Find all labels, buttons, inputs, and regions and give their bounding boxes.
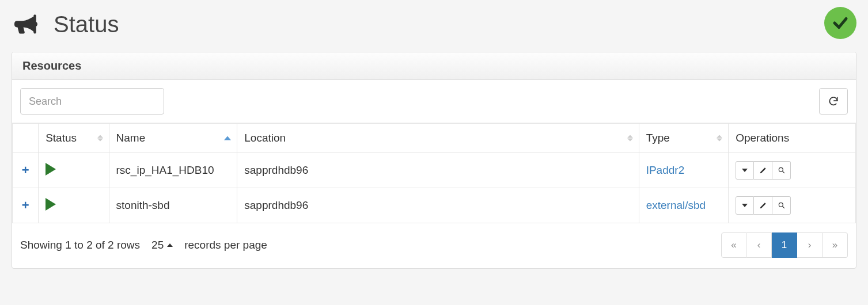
sort-asc-icon — [224, 136, 231, 140]
cell-type-link[interactable]: IPaddr2 — [646, 164, 685, 176]
page-next-button[interactable]: › — [797, 232, 822, 258]
cell-name: stonith-sbd — [116, 199, 170, 211]
col-status-label: Status — [46, 132, 77, 144]
check-icon — [832, 14, 849, 32]
col-location[interactable]: Location — [237, 124, 639, 153]
refresh-icon — [828, 96, 839, 107]
caret-up-icon — [167, 243, 173, 247]
sort-icon — [627, 135, 633, 142]
pagination: « ‹ 1 › » — [721, 232, 848, 258]
running-icon — [46, 198, 56, 211]
col-operations-label: Operations — [736, 132, 789, 144]
row-inspect-button[interactable] — [772, 196, 791, 215]
col-location-label: Location — [244, 132, 286, 144]
page-current-button[interactable]: 1 — [772, 232, 797, 258]
row-inspect-button[interactable] — [772, 161, 791, 180]
search-icon — [778, 166, 786, 174]
expand-icon[interactable]: + — [22, 164, 29, 177]
page-first-button[interactable]: « — [721, 232, 746, 258]
row-edit-button[interactable] — [754, 161, 772, 180]
svg-point-1 — [779, 203, 783, 207]
cell-type-link[interactable]: external/sbd — [646, 199, 706, 211]
showing-text: Showing 1 to 2 of 2 rows — [20, 239, 140, 251]
resources-panel: Resources Status — [12, 52, 856, 269]
col-status[interactable]: Status — [39, 124, 109, 153]
running-icon — [46, 163, 56, 176]
page-last-button[interactable]: » — [822, 232, 848, 258]
page-size-value: 25 — [151, 239, 164, 251]
svg-point-0 — [779, 167, 783, 171]
expand-icon[interactable]: + — [22, 199, 29, 212]
pencil-icon — [759, 201, 767, 209]
caret-down-icon — [742, 169, 748, 172]
page-prev-button[interactable]: ‹ — [746, 232, 772, 258]
row-menu-button[interactable] — [736, 196, 754, 215]
search-input[interactable] — [20, 88, 164, 115]
row-menu-button[interactable] — [736, 161, 754, 180]
cell-name: rsc_ip_HA1_HDB10 — [116, 164, 214, 176]
col-name-label: Name — [116, 132, 146, 144]
col-expand — [13, 124, 39, 153]
status-ok-badge — [824, 7, 856, 39]
records-label: records per page — [184, 239, 267, 251]
pencil-icon — [759, 166, 767, 174]
col-type-label: Type — [646, 132, 670, 144]
search-icon — [778, 201, 786, 209]
col-name[interactable]: Name — [109, 124, 237, 153]
table-row: +rsc_ip_HA1_HDB10sapprdhdb96IPaddr2 — [13, 153, 856, 188]
page-size-select[interactable]: 25 — [151, 239, 173, 251]
cell-location: sapprdhdb96 — [244, 199, 308, 211]
refresh-button[interactable] — [819, 88, 848, 115]
cell-location: sapprdhdb96 — [244, 164, 308, 176]
row-edit-button[interactable] — [754, 196, 772, 215]
table-header-row: Status Name Location Type — [13, 124, 856, 153]
table-row: +stonith-sbdsapprdhdb96external/sbd — [13, 188, 856, 223]
sort-icon — [717, 135, 722, 142]
col-type[interactable]: Type — [639, 124, 729, 153]
bullhorn-icon — [14, 13, 37, 36]
col-operations: Operations — [729, 124, 856, 153]
page-title: Status — [54, 12, 119, 37]
caret-down-icon — [742, 204, 748, 207]
panel-heading: Resources — [12, 52, 856, 80]
sort-icon — [97, 135, 103, 142]
resources-table: Status Name Location Type — [12, 123, 856, 223]
